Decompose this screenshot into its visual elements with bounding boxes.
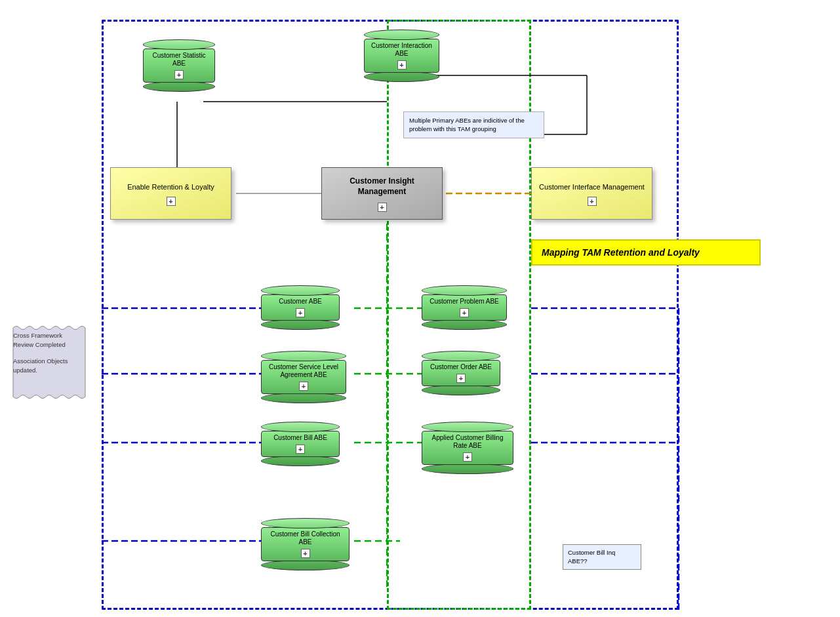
note-text: Multiple Primary ABEs are indicitive of … — [409, 117, 525, 132]
cylinder-top — [261, 351, 346, 361]
cylinder-body: Customer Interaction ABE + — [364, 39, 439, 73]
cylinder-top — [261, 422, 340, 432]
customer-interface-box[interactable]: Customer Interface Management + — [531, 167, 652, 220]
cylinder-label: Customer ABE — [276, 295, 325, 307]
customer-sla-cylinder: Customer Service Level Agreement ABE + — [261, 351, 346, 403]
cylinder-top — [364, 30, 439, 40]
cylinder-body: Applied Customer Billing Rate ABE + — [422, 431, 513, 465]
cylinder-bottom — [261, 393, 346, 403]
cylinder-bottom — [261, 319, 340, 330]
cylinder-body: Customer Order ABE + — [422, 360, 500, 386]
wavy-line5: updated. — [13, 366, 92, 375]
expand-icon[interactable]: + — [460, 308, 469, 317]
expand-icon[interactable]: + — [397, 60, 407, 70]
customer-abe-cylinder: Customer ABE + — [261, 285, 340, 330]
note-box: Multiple Primary ABEs are indicitive of … — [403, 111, 544, 138]
expand-icon[interactable]: + — [296, 445, 305, 454]
cylinder-body: Customer Service Level Agreement ABE + — [261, 360, 346, 394]
bill-inq-note: Customer Bill Inq ABE?? — [563, 544, 641, 570]
cylinder-body: Customer Problem ABE + — [422, 294, 507, 321]
customer-bill-collection-cylinder: Customer Bill Collection ABE + — [261, 518, 350, 570]
expand-icon[interactable]: + — [301, 549, 310, 558]
cylinder-label: Customer Order ABE — [428, 361, 494, 372]
expand-icon[interactable]: + — [299, 382, 308, 391]
cylinder-label: Customer Bill ABE — [271, 431, 330, 443]
cylinder-body: Customer Statistic ABE + — [143, 49, 215, 83]
cylinder-bottom — [143, 81, 215, 92]
wavy-note-content: Cross Framework Review Completed Associa… — [13, 331, 92, 375]
customer-interaction-cylinder: Customer Interaction ABE + — [364, 30, 439, 82]
canvas: Customer Statistic ABE + Customer Intera… — [0, 0, 840, 617]
cylinder-label: Customer Statistic ABE — [144, 49, 214, 69]
callout-box: Mapping TAM Retention and Loyalty — [531, 239, 761, 266]
cylinder-body: Customer Bill ABE + — [261, 431, 340, 457]
cylinder-body: Customer Bill Collection ABE + — [261, 527, 350, 561]
enable-retention-label: Enable Retention & Loyalty — [123, 178, 218, 195]
customer-insight-box[interactable]: Customer Insight Management + — [321, 167, 443, 220]
wavy-line1: Cross Framework — [13, 331, 92, 340]
cylinder-label: Customer Interaction ABE — [365, 39, 439, 59]
enable-retention-box[interactable]: Enable Retention & Loyalty + — [110, 167, 231, 220]
wavy-line2: Review Completed — [13, 340, 92, 349]
cylinder-body: Customer ABE + — [261, 294, 340, 321]
cylinder-label: Customer Bill Collection ABE — [262, 528, 349, 547]
expand-icon[interactable]: + — [378, 203, 387, 212]
cylinder-top — [422, 351, 500, 361]
cylinder-label: Applied Customer Billing Rate ABE — [422, 431, 513, 451]
cylinder-top — [261, 518, 350, 528]
cylinder-bottom — [364, 71, 439, 82]
cylinder-top — [261, 285, 340, 296]
customer-bill-cylinder: Customer Bill ABE + — [261, 422, 340, 466]
cylinder-top — [422, 285, 507, 296]
expand-icon[interactable]: + — [588, 197, 597, 206]
cylinder-label: Customer Service Level Agreement ABE — [262, 361, 346, 380]
cylinder-top — [143, 39, 215, 50]
customer-statistic-cylinder: Customer Statistic ABE + — [143, 39, 215, 92]
cylinder-bottom — [422, 319, 507, 330]
customer-order-cylinder: Customer Order ABE + — [422, 351, 500, 395]
customer-interface-label: Customer Interface Management — [535, 178, 649, 195]
expand-icon[interactable]: + — [167, 197, 176, 206]
expand-icon[interactable]: + — [463, 452, 472, 462]
cylinder-top — [422, 422, 513, 432]
cylinder-label: Customer Problem ABE — [427, 295, 502, 307]
customer-insight-label: Customer Insight Management — [322, 172, 442, 201]
expand-icon[interactable]: + — [456, 374, 466, 383]
applied-billing-cylinder: Applied Customer Billing Rate ABE + — [422, 422, 513, 474]
cylinder-bottom — [422, 385, 500, 395]
expand-icon[interactable]: + — [296, 308, 305, 317]
customer-problem-cylinder: Customer Problem ABE + — [422, 285, 507, 330]
wavy-line4: Association Objects — [13, 357, 92, 366]
bill-inq-text: Customer Bill Inq ABE?? — [568, 549, 615, 565]
cylinder-bottom — [261, 456, 340, 466]
cylinder-bottom — [422, 464, 513, 474]
cylinder-bottom — [261, 560, 350, 570]
callout-text: Mapping TAM Retention and Loyalty — [542, 247, 700, 258]
expand-icon[interactable]: + — [174, 70, 184, 79]
